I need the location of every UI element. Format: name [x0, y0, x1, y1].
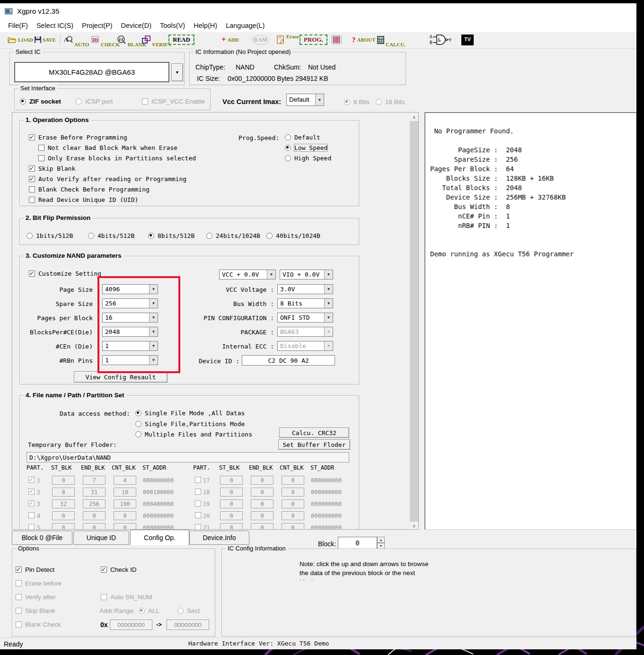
verify-button[interactable]: VERIFY [142, 32, 172, 47]
calcu-button[interactable]: CALCU. [377, 32, 406, 47]
vertical-scrollbar[interactable]: ∧ ∨ [410, 113, 418, 530]
erase-button[interactable]: Erase [277, 32, 299, 47]
only-erase-partitions-checkbox[interactable]: Only Erase blocks in Partitions selected [38, 154, 196, 162]
addr-to-field[interactable]: 00000000 [167, 620, 209, 630]
tab-unique-id[interactable]: Unique ID [73, 531, 129, 545]
scroll-down-button[interactable]: ∨ [410, 522, 418, 530]
block-number-field[interactable]: 0 [338, 537, 377, 549]
scroll-up-button[interactable]: ∧ [410, 113, 418, 121]
erase-pad-icon [277, 35, 285, 44]
partition-checkbox[interactable] [195, 500, 201, 507]
bits8-radio[interactable]: 8 Bits [344, 98, 370, 105]
single-file-all-radio[interactable]: Single File Mode ,All Datas [135, 409, 245, 417]
chip-test-button[interactable] [330, 32, 343, 47]
tab-config-op[interactable]: Config Op. [130, 530, 189, 545]
partition-checkbox[interactable] [28, 477, 35, 483]
tab-device-info[interactable]: Device.Info [189, 531, 249, 545]
device-id-field[interactable]: C2 DC 90 A2 [242, 355, 335, 366]
skip-blank-checkbox[interactable]: Skip Blank [29, 165, 75, 172]
vcc-voltage-select[interactable]: 3.0V▼ [277, 284, 333, 294]
page-size-select[interactable]: 4096▼ [102, 284, 158, 294]
vcc-offset-select[interactable]: VCC + 0.0V▼ [219, 270, 276, 279]
view-config-result-button[interactable]: View Config Resault [74, 371, 168, 383]
spare-size-select[interactable]: 256▼ [102, 298, 158, 308]
partition-checkbox[interactable] [28, 489, 35, 495]
pin-detect-checkbox[interactable]: Pin Detect [16, 566, 54, 573]
partition-checkbox[interactable] [28, 524, 35, 530]
ic-name-field[interactable]: MX30LF4G28AD @BGA63 [14, 62, 169, 82]
prog-button[interactable]: PROG. [300, 32, 327, 47]
blank-check-before-checkbox[interactable]: Blank Check Before Programming [29, 185, 150, 193]
speed-high-radio[interactable]: High Speed [285, 154, 331, 162]
radio [139, 608, 145, 614]
partition-checkbox[interactable] [195, 489, 201, 495]
menu-select-ic[interactable]: Select IC(S) [32, 21, 78, 30]
partition-checkbox[interactable] [28, 500, 35, 507]
menu-help[interactable]: Help(H) [189, 21, 221, 30]
speed-low-radio[interactable]: Low Speed [285, 144, 327, 151]
check-id-checkbox[interactable]: Check ID [101, 566, 137, 573]
bits16-radio[interactable]: 16 Bits [376, 98, 405, 105]
vcc-imax-select[interactable]: Default ▼ [286, 94, 324, 106]
skip-blank-option-checkbox[interactable]: Skip Blank [16, 607, 55, 614]
multiple-files-radio[interactable]: Multiple Files and Partitions [135, 430, 252, 438]
calc-crc32-button[interactable]: Calcu. CRC32 [279, 428, 349, 438]
ram-button[interactable]: RAM [252, 32, 269, 47]
erase-before-checkbox[interactable]: Erase before [16, 579, 62, 587]
blocks-per-ce-select[interactable]: 2048▼ [102, 327, 158, 337]
block-up-button[interactable]: ▲ [377, 537, 385, 543]
partition-checkbox[interactable] [195, 524, 201, 530]
read-uid-checkbox[interactable]: Read Device Unique ID (UID) [29, 196, 138, 203]
menu-project[interactable]: Project(P) [78, 21, 116, 30]
save-button[interactable]: SAVE [35, 32, 56, 47]
options-legend: Options [16, 545, 41, 552]
auto-sn-num-checkbox[interactable]: Auto SN_NUM [101, 593, 152, 601]
bitflip-1bits-radio[interactable]: 1bits/512B [26, 232, 73, 239]
menu-file[interactable]: File(F) [4, 21, 32, 30]
addr-from-field[interactable]: 00000000 [110, 620, 152, 630]
ic-dropdown-button[interactable]: ▼ [171, 63, 183, 81]
auto-verify-checkbox[interactable]: Auto Verify after reading or Programming [29, 175, 186, 183]
erase-before-programming-checkbox[interactable]: Erase Before Programming [29, 133, 127, 141]
pin-configuration-select[interactable]: ONFI STD▼ [277, 313, 333, 323]
set-buffer-folder-button[interactable]: Set Buffer Floder [278, 439, 350, 450]
menu-tools[interactable]: Tools(V) [156, 21, 189, 30]
logic-gate-button[interactable]: AB&Y [430, 32, 451, 47]
rbn-pins-select[interactable]: 1▼ [102, 355, 158, 365]
check-id-button[interactable]: ID CHECK [91, 32, 120, 47]
tv-button[interactable]: TV [461, 32, 474, 47]
blank-check-option-checkbox[interactable]: Blank Check [16, 620, 61, 628]
vio-offset-select[interactable]: VIO + 0.0V▼ [280, 270, 333, 279]
pages-per-block-select[interactable]: 16▼ [102, 313, 158, 323]
load-button[interactable]: LOAD [8, 32, 33, 47]
single-file-partitions-radio[interactable]: Single File,Partitions Mode [135, 420, 245, 428]
customize-setting-checkbox[interactable]: Customize Setting [29, 270, 101, 277]
menu-language[interactable]: Language(L) [221, 21, 269, 30]
auto-button[interactable]: A AUTO [63, 32, 89, 47]
bitflip-40bits-radio[interactable]: 40bits/1024B [266, 232, 320, 239]
partition-checkbox[interactable] [28, 512, 35, 518]
read-button[interactable]: READ [168, 32, 194, 47]
icsp-vcc-checkbox[interactable]: ICSP_VCC Enable [142, 97, 205, 105]
speed-default-radio[interactable]: Default [285, 133, 320, 141]
bitflip-24bits-radio[interactable]: 24bits/1024B [206, 232, 260, 239]
tab-block0-file[interactable]: Block 0 @File [12, 531, 72, 545]
bitflip-8bits-radio[interactable]: 8bits/512B [148, 232, 194, 239]
col-cnt-blk: CNT_BLK [112, 464, 136, 471]
about-button[interactable]: ? ABOUT [352, 32, 376, 47]
partition-checkbox[interactable] [195, 477, 201, 483]
add-button[interactable]: + ADD [221, 32, 239, 47]
buffer-path-field[interactable]: D:\Xgpro\UserData\NAND [26, 452, 349, 463]
not-clear-bad-block-checkbox[interactable]: Not clear Bad Block Mark when Erase [38, 144, 177, 151]
partition-checkbox[interactable] [195, 512, 201, 518]
cen-die-select[interactable]: 1▼ [102, 341, 158, 351]
menu-device[interactable]: Device(D) [117, 21, 156, 30]
hex-prefix-label: 0x [100, 621, 108, 629]
addr-range-all-radio[interactable]: ALL [139, 607, 159, 614]
icsp-port-radio[interactable]: ICSP port [76, 97, 113, 105]
addr-range-sect-radio[interactable]: Sect [177, 607, 200, 614]
bus-width-select[interactable]: 8 Bits▼ [277, 298, 333, 308]
verify-after-checkbox[interactable]: Verify after [16, 593, 56, 601]
bitflip-4bits-radio[interactable]: 4bits/512B [88, 232, 134, 239]
zif-socket-radio[interactable]: ZIF socket [20, 97, 61, 105]
